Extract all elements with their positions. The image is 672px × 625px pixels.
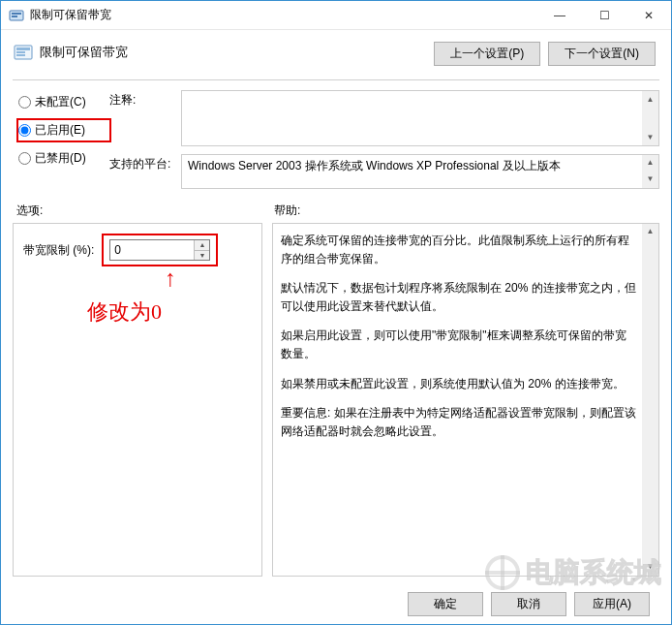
- apply-label: 应用(A): [593, 597, 631, 610]
- apply-button[interactable]: 应用(A): [574, 592, 650, 616]
- cancel-button[interactable]: 取消: [491, 592, 566, 616]
- titlebar: 限制可保留带宽 — ☐ ✕: [1, 1, 671, 30]
- help-scrollbar[interactable]: ▲ ▼: [642, 224, 658, 576]
- page-title: 限制可保留带宽: [40, 40, 434, 61]
- platform-label: 支持的平台:: [109, 154, 181, 172]
- maximize-button[interactable]: ☐: [582, 1, 626, 29]
- scroll-down-icon[interactable]: ▼: [642, 129, 658, 145]
- bandwidth-row: 带宽限制 (%): ▲ ▼: [23, 234, 252, 266]
- radio-disabled[interactable]: 已禁用(D): [18, 150, 109, 167]
- platform-scrollbar[interactable]: ▲ ▼: [642, 155, 658, 188]
- comment-scrollbar[interactable]: ▲ ▼: [642, 91, 658, 145]
- window-controls: — ☐ ✕: [537, 1, 671, 29]
- close-button[interactable]: ✕: [626, 1, 671, 29]
- help-paragraph: 如果禁用或未配置此设置，则系统使用默认值为 20% 的连接带宽。: [281, 375, 637, 393]
- prev-setting-button[interactable]: 上一个设置(P): [434, 42, 540, 66]
- config-row: 未配置(C) 已启用(E) 已禁用(D) 注释: ▲: [13, 90, 659, 189]
- svg-rect-2: [12, 16, 17, 17]
- radio-enabled-input[interactable]: [18, 124, 31, 137]
- annotation-text: 修改为0: [87, 297, 162, 327]
- radio-disabled-input[interactable]: [18, 152, 31, 165]
- scroll-up-icon[interactable]: ▲: [642, 91, 658, 108]
- radio-enabled-label: 已启用(E): [35, 122, 85, 139]
- bandwidth-label: 带宽限制 (%):: [23, 242, 94, 259]
- policy-dialog-window: 限制可保留带宽 — ☐ ✕ 限制可保留带宽 上一个设置(P) 下一个设置(N): [0, 0, 672, 625]
- dialog-footer: 确定 取消 应用(A): [13, 584, 659, 616]
- next-setting-button[interactable]: 下一个设置(N): [548, 42, 656, 66]
- cancel-label: 取消: [517, 597, 540, 610]
- prev-setting-label: 上一个设置(P): [450, 47, 524, 60]
- app-icon: [9, 8, 24, 23]
- minimize-button[interactable]: —: [537, 1, 582, 29]
- ok-button[interactable]: 确定: [408, 592, 483, 616]
- spinner-down-icon[interactable]: ▼: [195, 251, 209, 261]
- comment-label: 注释:: [109, 90, 181, 109]
- spinner-up-icon[interactable]: ▲: [195, 240, 209, 251]
- help-label: 帮助:: [274, 203, 300, 219]
- next-setting-label: 下一个设置(N): [565, 47, 639, 60]
- help-paragraph: 重要信息: 如果在注册表中为特定网络适配器设置带宽限制，则配置该网络适配器时就会…: [281, 404, 637, 440]
- scroll-up-icon[interactable]: ▲: [642, 224, 658, 240]
- annotation-arrow-icon: ↑: [165, 266, 176, 290]
- platform-value: Windows Server 2003 操作系统或 Windows XP Pro…: [188, 159, 561, 172]
- comment-textarea[interactable]: ▲ ▼: [181, 90, 659, 146]
- window-title: 限制可保留带宽: [30, 7, 537, 23]
- scroll-down-icon[interactable]: ▼: [642, 172, 658, 188]
- comment-row: 注释: ▲ ▼: [109, 90, 659, 146]
- svg-rect-1: [12, 13, 21, 15]
- dialog-content: 限制可保留带宽 上一个设置(P) 下一个设置(N) 未配置(C) 已启用(E): [1, 30, 671, 624]
- radio-not-configured-label: 未配置(C): [35, 94, 86, 110]
- help-panel: 确定系统可保留的连接带宽的百分比。此值限制系统上运行的所有程序的组合带宽保留。 …: [272, 223, 659, 577]
- policy-icon: [13, 42, 34, 63]
- state-radio-group: 未配置(C) 已启用(E) 已禁用(D): [13, 90, 109, 189]
- help-paragraph: 确定系统可保留的连接带宽的百分比。此值限制系统上运行的所有程序的组合带宽保留。: [281, 232, 637, 267]
- help-paragraph: 默认情况下，数据包计划程序将系统限制在 20% 的连接带宽之内，但可以使用此设置…: [281, 279, 637, 315]
- scroll-up-icon[interactable]: ▲: [642, 155, 658, 172]
- radio-not-configured[interactable]: 未配置(C): [18, 94, 109, 110]
- bandwidth-input[interactable]: [110, 240, 194, 260]
- spinner-buttons: ▲ ▼: [194, 240, 209, 260]
- config-right: 注释: ▲ ▼ 支持的平台: Windows Server 2003 操作系统或…: [109, 90, 659, 189]
- radio-not-configured-input[interactable]: [18, 96, 31, 109]
- platform-textbox: Windows Server 2003 操作系统或 Windows XP Pro…: [181, 154, 659, 189]
- svg-rect-6: [16, 54, 25, 56]
- lower-panels: 带宽限制 (%): ▲ ▼ ↑ 修改为0 确定系统可保: [13, 223, 659, 577]
- bandwidth-highlight: ▲ ▼: [102, 234, 218, 266]
- header-row: 限制可保留带宽 上一个设置(P) 下一个设置(N): [13, 40, 659, 66]
- divider: [13, 79, 659, 80]
- svg-rect-5: [16, 51, 25, 53]
- bandwidth-spinner[interactable]: ▲ ▼: [109, 239, 210, 261]
- ok-label: 确定: [434, 597, 457, 610]
- help-paragraph: 如果启用此设置，则可以使用"带宽限制"框来调整系统可保留的带宽数量。: [281, 327, 637, 362]
- scroll-down-icon[interactable]: ▼: [642, 559, 658, 576]
- svg-rect-4: [16, 47, 30, 50]
- platform-row: 支持的平台: Windows Server 2003 操作系统或 Windows…: [109, 154, 659, 189]
- radio-disabled-label: 已禁用(D): [35, 150, 86, 167]
- options-panel: 带宽限制 (%): ▲ ▼ ↑ 修改为0: [13, 223, 262, 577]
- radio-enabled[interactable]: 已启用(E): [18, 120, 109, 141]
- options-label: 选项:: [13, 203, 274, 219]
- mid-labels: 选项: 帮助:: [13, 203, 659, 219]
